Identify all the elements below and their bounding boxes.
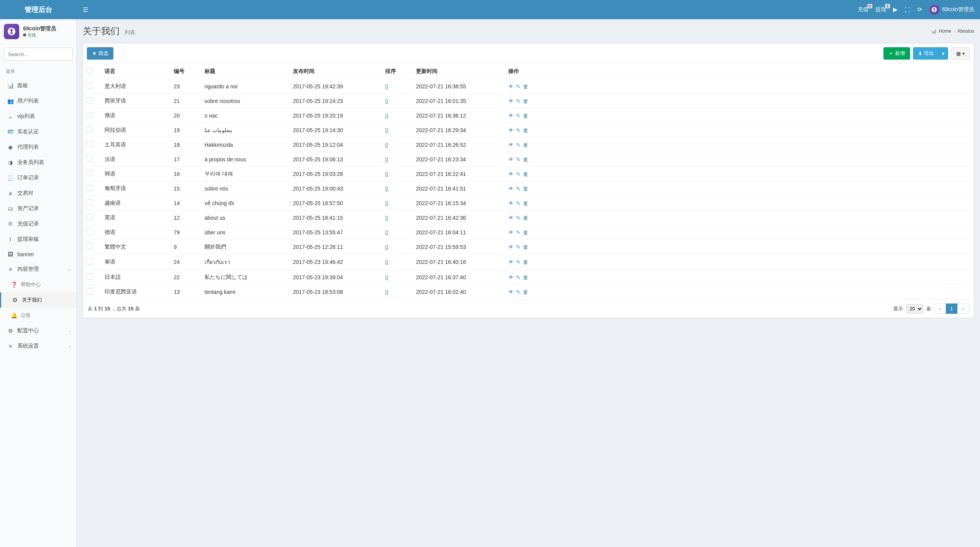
edit-icon[interactable]: ✎ (516, 127, 521, 133)
sidebar-item[interactable]: 🧾订单记录 (0, 170, 77, 186)
sidebar-item[interactable]: 👥用户列表 (0, 93, 77, 109)
delete-icon[interactable]: 🗑 (523, 244, 528, 250)
delete-icon[interactable]: 🗑 (523, 215, 528, 221)
sort-value[interactable]: 0 (385, 259, 388, 265)
edit-icon[interactable]: ✎ (516, 113, 521, 119)
delete-icon[interactable]: 🗑 (523, 171, 528, 177)
refresh-button[interactable]: ⟳ (917, 6, 922, 13)
delete-icon[interactable]: 🗑 (523, 229, 528, 235)
view-icon[interactable]: 👁 (508, 229, 514, 235)
page-next[interactable]: » (957, 303, 969, 314)
play-button[interactable]: ▶ (893, 6, 898, 13)
search-input[interactable] (4, 48, 77, 60)
view-icon[interactable]: 👁 (508, 113, 514, 119)
view-icon[interactable]: 👁 (508, 200, 514, 206)
view-icon[interactable]: 👁 (508, 171, 514, 177)
view-icon[interactable]: 👁 (508, 127, 514, 133)
sort-value[interactable]: 0 (385, 244, 388, 250)
edit-icon[interactable]: ✎ (516, 274, 521, 280)
row-checkbox[interactable] (86, 126, 92, 133)
sidebar-item[interactable]: 📊面板 (0, 78, 77, 93)
search-button[interactable]: 🔍 (77, 48, 77, 60)
sort-value[interactable]: 0 (385, 289, 388, 295)
page-prev[interactable]: « (934, 303, 946, 314)
page-size-select[interactable]: 20 (906, 304, 923, 313)
brand-logo[interactable]: 管理后台 (0, 0, 77, 19)
view-icon[interactable]: 👁 (508, 274, 514, 280)
delete-icon[interactable]: 🗑 (523, 274, 528, 280)
col-sort[interactable]: 排序 (382, 64, 413, 79)
add-button[interactable]: ＋ 新增 (883, 47, 910, 60)
edit-icon[interactable]: ✎ (516, 186, 521, 192)
view-icon[interactable]: 👁 (508, 259, 514, 265)
page-1[interactable]: 1 (946, 303, 958, 314)
col-publish[interactable]: 发布时间 (290, 64, 382, 79)
edit-icon[interactable]: ✎ (516, 142, 521, 148)
withdraw-link[interactable]: 提现 1 (875, 6, 886, 13)
row-checkbox[interactable] (86, 229, 92, 235)
row-checkbox[interactable] (86, 288, 92, 294)
sidebar-item[interactable]: ⌄vip列表 (0, 109, 77, 124)
row-checkbox[interactable] (86, 170, 92, 176)
edit-icon[interactable]: ✎ (516, 200, 521, 206)
sort-value[interactable]: 0 (385, 200, 388, 206)
row-checkbox[interactable] (86, 185, 92, 191)
delete-icon[interactable]: 🗑 (523, 259, 528, 265)
export-dropdown[interactable]: ▾ (938, 47, 948, 60)
delete-icon[interactable]: 🗑 (523, 156, 528, 162)
sidebar-item-content[interactable]: ≡内容管理⌄ (0, 262, 77, 277)
delete-icon[interactable]: 🗑 (523, 127, 528, 133)
delete-icon[interactable]: 🗑 (523, 200, 528, 206)
sidebar-item[interactable]: ⚙配置中心‹ (0, 323, 77, 338)
row-checkbox[interactable] (86, 97, 92, 103)
sort-value[interactable]: 0 (385, 113, 388, 119)
sidebar-item[interactable]: 🖼banner (0, 247, 77, 262)
sort-value[interactable]: 0 (385, 98, 388, 104)
sidebar-item[interactable]: ®充值记录 (0, 216, 77, 232)
edit-icon[interactable]: ✎ (516, 259, 521, 265)
edit-icon[interactable]: ✎ (516, 229, 521, 235)
row-checkbox[interactable] (86, 274, 92, 280)
sort-value[interactable]: 0 (385, 186, 388, 192)
view-icon[interactable]: 👁 (508, 83, 514, 90)
sort-value[interactable]: 0 (385, 83, 388, 90)
col-lang[interactable]: 语言 (101, 64, 171, 79)
col-update[interactable]: 更新时间 (413, 64, 505, 79)
sidebar-subitem[interactable]: 🔔公告 (0, 308, 77, 323)
edit-icon[interactable]: ✎ (516, 244, 521, 250)
recharge-link[interactable]: 充值 0 (858, 6, 869, 13)
col-title[interactable]: 标题 (201, 64, 290, 79)
sidebar-item[interactable]: 🪪实名认证 (0, 124, 77, 139)
fullscreen-button[interactable]: ⛶ (905, 7, 910, 13)
sort-value[interactable]: 0 (385, 171, 388, 177)
sidebar-subitem[interactable]: ❓帮助中心 (0, 277, 77, 292)
sort-value[interactable]: 0 (385, 142, 388, 148)
sidebar-item[interactable]: ≡系统设置‹ (0, 338, 77, 354)
edit-icon[interactable]: ✎ (516, 98, 521, 104)
delete-icon[interactable]: 🗑 (523, 98, 528, 104)
delete-icon[interactable]: 🗑 (523, 186, 528, 192)
sidebar-item[interactable]: a交易对 (0, 186, 77, 201)
view-icon[interactable]: 👁 (508, 289, 514, 295)
sidebar-item[interactable]: Ⅰ提现审核 (0, 232, 77, 247)
sidebar-toggle-button[interactable]: ☰ (77, 0, 94, 19)
user-menu[interactable]: 69coin管理员 (929, 5, 974, 15)
sort-value[interactable]: 0 (385, 229, 388, 235)
view-icon[interactable]: 👁 (508, 142, 514, 148)
sort-value[interactable]: 0 (385, 215, 388, 221)
filter-button[interactable]: ▼ 筛选 (87, 47, 113, 60)
row-checkbox[interactable] (86, 214, 92, 220)
columns-button[interactable]: ▦ ▾ (951, 47, 970, 60)
view-icon[interactable]: 👁 (508, 98, 514, 104)
row-checkbox[interactable] (86, 141, 92, 147)
delete-icon[interactable]: 🗑 (523, 289, 528, 295)
sort-value[interactable]: 0 (385, 156, 388, 162)
view-icon[interactable]: 👁 (508, 215, 514, 221)
delete-icon[interactable]: 🗑 (523, 113, 528, 119)
delete-icon[interactable]: 🗑 (523, 142, 528, 148)
sidebar-item[interactable]: 🗂资产记录 (0, 201, 77, 216)
row-checkbox[interactable] (86, 199, 92, 206)
view-icon[interactable]: 👁 (508, 186, 514, 192)
col-id[interactable]: 编号 (171, 64, 201, 79)
edit-icon[interactable]: ✎ (516, 289, 521, 295)
